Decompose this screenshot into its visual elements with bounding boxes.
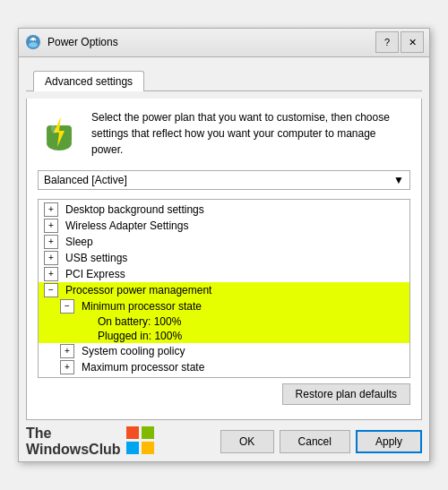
tree-item-plugged-in[interactable]: Plugged in: 100% xyxy=(39,329,409,343)
title-bar-buttons: ? ✕ xyxy=(375,31,424,53)
tree-label-proc-mgmt: Processor power management xyxy=(65,284,211,297)
expander-system-cooling[interactable]: + xyxy=(60,344,74,358)
dropdown-value: Balanced [Active] xyxy=(44,174,127,186)
tree-item-wireless[interactable]: +Wireless Adapter Settings xyxy=(39,218,409,234)
tree-label-plugged-in: Plugged in: 100% xyxy=(98,330,182,342)
tree-item-max-proc[interactable]: +Maximum processor state xyxy=(39,359,409,375)
watermark: The WindowsClub xyxy=(26,426,155,459)
help-button[interactable]: ? xyxy=(375,31,399,53)
tree-label-usb: USB settings xyxy=(65,252,127,264)
tree-item-sleep[interactable]: +Sleep xyxy=(39,234,409,250)
power-plan-icon xyxy=(38,109,81,152)
dropdown-arrow: ▼ xyxy=(393,174,404,186)
tree-label-min-proc: Minimum processor state xyxy=(82,300,202,313)
tab-area: Advanced settings xyxy=(19,57,429,99)
watermark-text: The WindowsClub xyxy=(26,426,121,459)
tree-label-sleep: Sleep xyxy=(65,236,93,248)
tree-label-system-cooling: System cooling policy xyxy=(82,345,185,357)
svg-rect-10 xyxy=(142,442,154,454)
svg-rect-9 xyxy=(126,442,139,454)
expander-min-proc[interactable]: − xyxy=(60,299,74,314)
tree-item-system-cooling[interactable]: +System cooling policy xyxy=(39,343,409,359)
svg-rect-8 xyxy=(142,426,154,439)
restore-defaults-button[interactable]: Restore plan defaults xyxy=(282,383,410,405)
tree-label-desktop-bg: Desktop background settings xyxy=(65,203,204,216)
tree-item-on-battery[interactable]: On battery: 100% xyxy=(39,314,409,329)
restore-row: Restore plan defaults xyxy=(38,378,410,408)
svg-point-2 xyxy=(32,39,35,41)
window-icon xyxy=(24,33,42,51)
dialog-buttons: OK Cancel Apply xyxy=(220,430,422,453)
expander-wireless[interactable]: + xyxy=(44,219,58,233)
apply-button[interactable]: Apply xyxy=(356,430,422,453)
expander-max-proc[interactable]: + xyxy=(60,360,74,374)
title-bar: Power Options ? ✕ xyxy=(19,29,429,57)
tree-label-max-proc: Maximum processor state xyxy=(82,361,204,374)
tab-bar: Advanced settings xyxy=(26,64,422,91)
svg-rect-7 xyxy=(126,426,139,439)
expander-proc-mgmt[interactable]: − xyxy=(44,283,58,297)
cancel-button[interactable]: Cancel xyxy=(280,430,350,453)
tree-label-pci: PCI Express xyxy=(65,268,125,280)
expander-desktop-bg[interactable]: + xyxy=(44,202,58,217)
windowsclub-logo xyxy=(126,426,155,458)
tree-item-min-proc[interactable]: −Minimum processor state xyxy=(39,298,409,314)
settings-tree[interactable]: +Desktop background settings+Wireless Ad… xyxy=(38,199,410,378)
tree-label-on-battery: On battery: 100% xyxy=(98,315,181,328)
close-button[interactable]: ✕ xyxy=(401,31,424,53)
tree-item-usb[interactable]: +USB settings xyxy=(39,250,409,266)
power-options-window: Power Options ? ✕ Advanced settings xyxy=(18,28,430,463)
tree-label-wireless: Wireless Adapter Settings xyxy=(65,219,188,232)
tree-item-proc-mgmt[interactable]: −Processor power management xyxy=(39,282,409,298)
plan-dropdown-row: Balanced [Active] ▼ xyxy=(38,170,410,190)
expander-sleep[interactable]: + xyxy=(44,235,58,249)
expander-usb[interactable]: + xyxy=(44,251,58,265)
svg-point-1 xyxy=(29,42,38,47)
ok-button[interactable]: OK xyxy=(220,430,274,453)
tree-item-desktop-bg[interactable]: +Desktop background settings xyxy=(39,202,409,218)
window-title: Power Options xyxy=(47,36,375,48)
tab-advanced-settings[interactable]: Advanced settings xyxy=(33,71,144,91)
description-text: Select the power plan that you want to c… xyxy=(91,109,410,158)
plan-dropdown[interactable]: Balanced [Active] ▼ xyxy=(38,170,410,190)
tree-item-pci[interactable]: +PCI Express xyxy=(39,266,409,282)
description-row: Select the power plan that you want to c… xyxy=(38,109,410,158)
expander-pci[interactable]: + xyxy=(44,267,58,281)
